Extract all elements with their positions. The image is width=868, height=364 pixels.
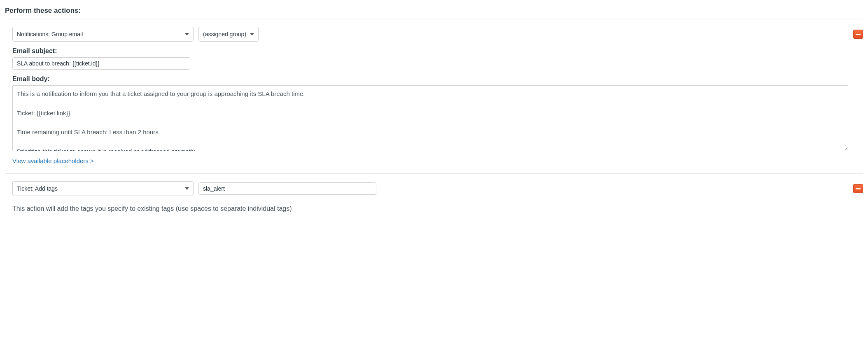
action-row-add-tags: Ticket: Add tags: [5, 181, 863, 199]
action-type-select[interactable]: Ticket: Add tags: [12, 181, 194, 196]
remove-action-button[interactable]: [853, 30, 863, 39]
action-row-notification: Notifications: Group email (assigned gro…: [5, 27, 863, 164]
action-selector-row: Notifications: Group email (assigned gro…: [12, 27, 848, 42]
email-body-label: Email body:: [12, 75, 848, 83]
action-divider: [5, 173, 863, 174]
action-type-select[interactable]: Notifications: Group email: [12, 27, 194, 42]
tags-input[interactable]: [198, 182, 376, 195]
email-body-textarea[interactable]: [12, 85, 848, 151]
minus-icon: [856, 34, 861, 35]
action-target-select[interactable]: (assigned group): [198, 27, 259, 42]
email-subject-input[interactable]: [12, 57, 190, 70]
remove-action-button[interactable]: [853, 184, 863, 193]
actions-section: Perform these actions: Notifications: Gr…: [5, 7, 863, 212]
action-row-content: Ticket: Add tags: [5, 181, 848, 199]
action-selector-row: Ticket: Add tags: [12, 181, 848, 196]
section-title: Perform these actions:: [5, 7, 863, 15]
minus-icon: [856, 188, 861, 189]
section-divider: [5, 19, 863, 19]
tags-helper-text: This action will add the tags you specif…: [12, 205, 863, 212]
view-placeholders-link[interactable]: View available placeholders >: [12, 157, 94, 164]
email-subject-label: Email subject:: [12, 47, 848, 55]
action-row-content: Notifications: Group email (assigned gro…: [5, 27, 848, 164]
